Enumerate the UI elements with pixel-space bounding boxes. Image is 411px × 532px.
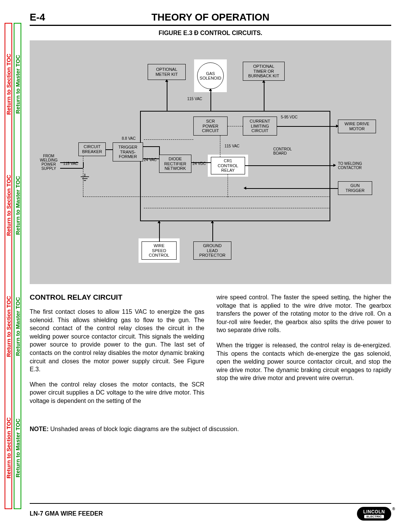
registered-icon: ® [392, 507, 395, 511]
trigger-transformer-block: TRIGGERTRANS-FORMER [113, 142, 143, 161]
note-line: NOTE: Unshaded areas of block logic diag… [30, 426, 391, 433]
column-right: wire speed control. The faster the speed… [217, 293, 391, 412]
circuit-breaker-block: CIRCUITBREAKER [78, 142, 106, 156]
optional-meter-kit-block: OPTIONALMETER KIT [148, 64, 186, 80]
section-toc-link[interactable]: Return to Section TOC [5, 296, 12, 357]
product-name: LN-7 GMA WIRE FEEDER [30, 510, 103, 517]
current-limiting-block: CURRENTLIMITINGCIRCUIT [243, 117, 277, 136]
logo-top-text: LINCOLN [363, 509, 385, 514]
column-left: CONTROL RELAY CIRCUIT The first contact … [30, 293, 204, 412]
gun-trigger-block: GUNTRIGGER [338, 181, 372, 195]
figure-caption: FIGURE E.3 Ð CONTROL CIRCUITS. [30, 30, 391, 37]
wire-drive-motor-block: WIRE DRIVEMOTOR [338, 120, 376, 133]
paragraph: When the trigger is released, the contro… [217, 341, 391, 382]
logo-bottom-text: ELECTRIC [364, 515, 384, 518]
master-toc-link[interactable]: Return to Master TOC [14, 55, 21, 114]
paragraph: The first contact closes to allow 115 VA… [30, 308, 204, 374]
optional-timer-block: OPTIONALTIMER ORBURNBACK KIT [243, 62, 285, 81]
scr-power-block: SCRPOWERCIRCUIT [193, 117, 228, 136]
label-115vac-top: 115 VAC [187, 97, 202, 101]
page-header: E-4 THEORY OF OPERATION [30, 11, 391, 26]
ground-icon [79, 174, 91, 182]
note-label: NOTE: [30, 426, 49, 432]
label-8-8vac: 8.8 VAC [122, 136, 136, 141]
lincoln-electric-logo: LINCOLN ELECTRIC ® [357, 507, 391, 521]
gas-solenoid-block: GASSOLENOID [197, 62, 224, 89]
section-toc-rail[interactable]: Return to Section TOC Return to Section … [5, 23, 12, 509]
section-toc-link[interactable]: Return to Section TOC [5, 54, 12, 115]
label-from-supply: FROMWELDINGPOWERSUPPLY [37, 154, 60, 171]
label-115vac-mid: 115 VAC [225, 144, 239, 148]
paragraph: wire speed control. The faster the speed… [217, 293, 391, 334]
section-toc-link[interactable]: Return to Section TOC [5, 175, 12, 236]
label-5-95vdc: 5-95 VDC [281, 115, 298, 119]
label-to-contactor: TO WELDINGCONTACTOR [338, 161, 372, 170]
section-heading: CONTROL RELAY CIRCUIT [30, 293, 204, 302]
page-title: THEORY OF OPERATION [60, 11, 361, 23]
diode-rectifier-block: DIODERECTIFIERNETWORK [159, 155, 191, 173]
paragraph: When the control relay closes the motor … [30, 380, 204, 405]
page-number: E-4 [30, 11, 60, 23]
cr1-control-relay-block: CR1CONTROLRELAY [211, 157, 245, 174]
page-footer: LN-7 GMA WIRE FEEDER LINCOLN ELECTRIC ® [30, 503, 391, 521]
side-nav-rails: Return to Section TOC Return to Section … [5, 23, 23, 509]
master-toc-link[interactable]: Return to Master TOC [14, 297, 21, 356]
ground-lead-protector-block: GROUNDLEADPROTECTOR [193, 241, 231, 260]
note-text: Unshaded areas of block logic diagrams a… [49, 426, 239, 432]
section-toc-link[interactable]: Return to Section TOC [5, 417, 12, 479]
master-toc-link[interactable]: Return to Master TOC [14, 176, 21, 235]
label-control-board: CONTROLBOARD [273, 147, 292, 155]
page-content: E-4 THEORY OF OPERATION FIGURE E.3 Ð CON… [30, 11, 391, 521]
wire-speed-control-block: WIRESPEEDCONTROL [142, 241, 177, 260]
master-toc-link[interactable]: Return to Master TOC [14, 419, 21, 478]
body-columns: CONTROL RELAY CIRCUIT The first contact … [30, 293, 391, 412]
master-toc-rail[interactable]: Return to Master TOC Return to Master TO… [14, 23, 21, 509]
block-diagram: OPTIONALMETER KIT GASSOLENOID OPTIONALTI… [30, 40, 391, 284]
